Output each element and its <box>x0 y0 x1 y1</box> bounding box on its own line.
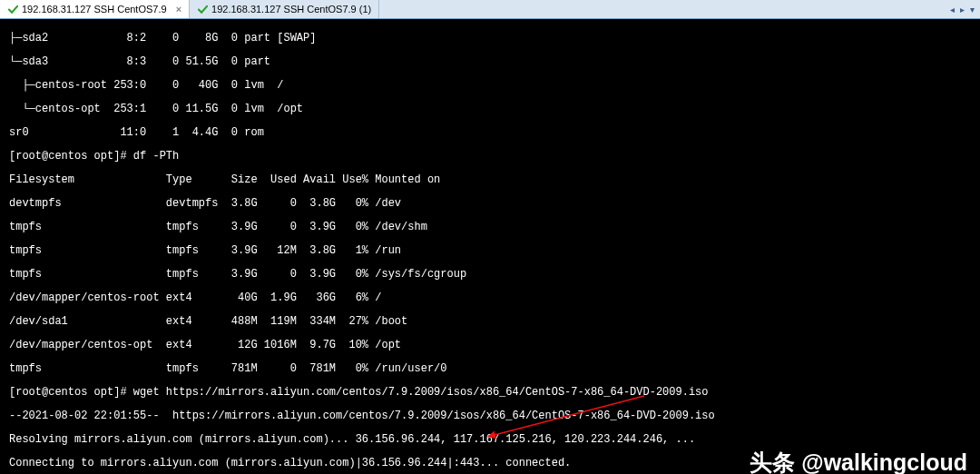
wget-line: --2021-08-02 22:01:55-- https://mirrors.… <box>9 410 975 422</box>
tab-label: 192.168.31.127 SSH CentOS7.9 (1) <box>211 4 371 15</box>
check-icon <box>7 4 18 15</box>
df-row: tmpfs tmpfs 781M 0 781M 0% /run/user/0 <box>9 363 975 375</box>
check-icon <box>197 4 208 15</box>
lsblk-row: ├─sda2 8:2 0 8G 0 part [SWAP] <box>9 33 975 44</box>
tab-bar: 192.168.31.127 SSH CentOS7.9 × 192.168.3… <box>0 0 980 19</box>
tab-next-icon[interactable]: ▸ <box>960 4 965 15</box>
df-header: Filesystem Type Size Used Avail Use% Mou… <box>9 174 975 186</box>
lsblk-row: └─sda3 8:3 0 51.5G 0 part <box>9 56 975 68</box>
wget-line: Resolving mirrors.aliyun.com (mirrors.al… <box>9 434 975 446</box>
lsblk-row: ├─centos-root 253:0 0 40G 0 lvm / <box>9 80 975 92</box>
tab-prev-icon[interactable]: ◂ <box>950 4 955 15</box>
df-row: /dev/sda1 ext4 488M 119M 334M 27% /boot <box>9 316 975 328</box>
close-icon[interactable]: × <box>176 4 181 15</box>
prompt-line: [root@centos opt]# df -PTh <box>9 151 975 163</box>
lsblk-row: └─centos-opt 253:1 0 11.5G 0 lvm /opt <box>9 104 975 115</box>
df-row: devtmpfs devtmpfs 3.8G 0 3.8G 0% /dev <box>9 198 975 210</box>
wget-cmd: [root@centos opt]# wget https://mirrors.… <box>9 387 975 399</box>
watermark: 头条 @walkingcloud <box>750 457 967 469</box>
tab-ssh-centos-1[interactable]: 192.168.31.127 SSH CentOS7.9 × <box>0 0 190 18</box>
df-row: /dev/mapper/centos-opt ext4 12G 1016M 9.… <box>9 340 975 351</box>
tab-tools: ◂ ▸ ▾ <box>945 0 980 18</box>
tab-ssh-centos-2[interactable]: 192.168.31.127 SSH CentOS7.9 (1) <box>190 0 379 18</box>
df-row: tmpfs tmpfs 3.9G 12M 3.8G 1% /run <box>9 245 975 257</box>
df-row: tmpfs tmpfs 3.9G 0 3.9G 0% /sys/fs/cgrou… <box>9 269 975 281</box>
terminal[interactable]: ├─sda2 8:2 0 8G 0 part [SWAP] └─sda3 8:3… <box>0 19 980 474</box>
lsblk-row: sr0 11:0 1 4.4G 0 rom <box>9 127 975 139</box>
tab-menu-icon[interactable]: ▾ <box>970 4 975 15</box>
df-row: /dev/mapper/centos-root ext4 40G 1.9G 36… <box>9 292 975 304</box>
df-row: tmpfs tmpfs 3.9G 0 3.9G 0% /dev/shm <box>9 222 975 233</box>
tab-label: 192.168.31.127 SSH CentOS7.9 <box>22 4 167 15</box>
